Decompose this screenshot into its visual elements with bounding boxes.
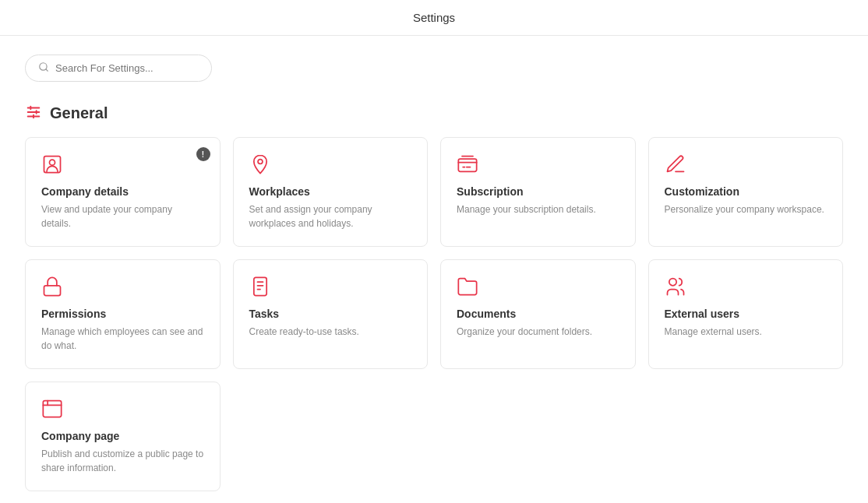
customization-desc: Personalize your company workspace. [665, 202, 827, 216]
documents-title: Documents [457, 308, 619, 320]
search-icon [38, 62, 49, 75]
svg-rect-12 [44, 286, 61, 296]
permissions-desc: Manage which employees can see and do wh… [41, 325, 204, 353]
external-users-icon [665, 276, 827, 300]
company-details-icon [41, 153, 204, 178]
subscription-desc: Manage your subscription details. [457, 202, 619, 216]
section-header-general: General [25, 104, 843, 123]
card-workplaces[interactable]: Workplaces Set and assign your company w… [233, 137, 429, 247]
general-row-extra: Company page Publish and customize a pub… [25, 382, 843, 491]
svg-rect-11 [458, 159, 476, 171]
company-page-icon [41, 398, 204, 422]
page-title: Settings [413, 11, 455, 24]
documents-icon [457, 276, 619, 300]
svg-point-9 [50, 160, 55, 165]
search-box[interactable] [25, 55, 212, 82]
customization-title: Customization [665, 185, 827, 198]
external-users-desc: Manage external users. [665, 325, 827, 339]
svg-rect-13 [253, 277, 266, 295]
company-page-title: Company page [41, 430, 204, 442]
card-external-users[interactable]: External users Manage external users. [648, 259, 844, 369]
tasks-title: Tasks [249, 308, 412, 320]
tasks-icon [249, 276, 412, 300]
card-permissions[interactable]: Permissions Manage which employees can s… [25, 259, 221, 369]
permissions-title: Permissions [41, 308, 204, 320]
card-customization[interactable]: Customization Personalize your company w… [648, 137, 844, 247]
card-company-page[interactable]: Company page Publish and customize a pub… [25, 382, 221, 491]
company-details-desc: View and update your company details. [41, 202, 204, 230]
card-tasks[interactable]: Tasks Create ready-to-use tasks. [233, 259, 429, 369]
documents-desc: Organize your document folders. [457, 325, 619, 339]
workplaces-title: Workplaces [249, 185, 412, 198]
search-input[interactable] [55, 62, 199, 74]
section-general: General ! Company details View and updat… [25, 104, 843, 491]
top-bar: Settings [0, 0, 868, 36]
external-users-title: External users [665, 308, 827, 320]
company-page-desc: Publish and customize a public page to s… [41, 447, 204, 475]
workplaces-desc: Set and assign your company workplaces a… [249, 202, 412, 230]
svg-point-10 [258, 160, 263, 164]
tasks-desc: Create ready-to-use tasks. [249, 325, 412, 339]
svg-line-1 [46, 69, 48, 72]
card-subscription[interactable]: Subscription Manage your subscription de… [440, 137, 636, 247]
permissions-icon [41, 276, 204, 300]
general-section-icon [25, 104, 42, 123]
workplaces-icon [249, 153, 412, 178]
subscription-title: Subscription [457, 185, 619, 198]
section-title-general: General [50, 104, 108, 122]
card-company-details[interactable]: ! Company details View and update your c… [25, 137, 221, 247]
company-details-title: Company details [41, 185, 204, 198]
svg-point-17 [669, 279, 676, 286]
customization-icon [665, 153, 827, 178]
general-row-2: Permissions Manage which employees can s… [25, 259, 843, 369]
card-documents[interactable]: Documents Organize your document folders… [440, 259, 636, 369]
general-row-1: ! Company details View and update your c… [25, 137, 843, 247]
notification-badge: ! [196, 147, 210, 161]
search-wrapper [25, 55, 843, 82]
subscription-icon [457, 153, 619, 178]
svg-rect-18 [43, 401, 61, 417]
